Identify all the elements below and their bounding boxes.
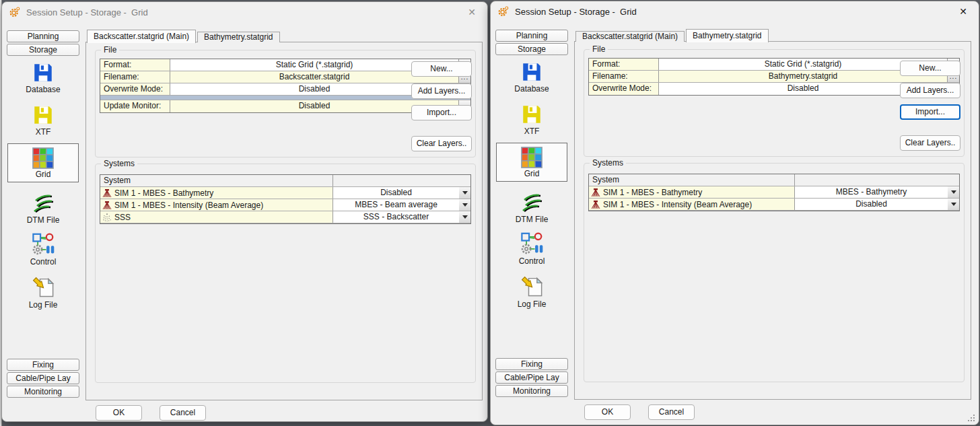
sidebar-item-planning[interactable]: Planning bbox=[495, 30, 568, 42]
sidebar-item-label: Grid bbox=[497, 169, 567, 178]
floppy-disk-blue-icon bbox=[32, 61, 55, 84]
document-arrow-icon bbox=[31, 275, 55, 299]
sidebar-item-grid[interactable]: Grid bbox=[7, 143, 79, 182]
sidebar-item-storage[interactable]: Storage bbox=[495, 43, 568, 55]
systems-table: System SIM 1 - MBES - Bathymetry Disable… bbox=[100, 174, 471, 224]
sidebar-item-label: Control bbox=[7, 257, 79, 267]
format-label: Format: bbox=[100, 59, 170, 71]
sidebar-item-label: Database bbox=[496, 84, 567, 94]
tab-bathymetry-statgrid[interactable]: Bathymetry.statgrid bbox=[686, 29, 768, 42]
layer-dropdown[interactable] bbox=[948, 186, 959, 198]
filename-label: Filename: bbox=[589, 71, 659, 82]
terrain-waves-icon bbox=[32, 193, 55, 215]
add-layers-button[interactable]: Add Layers... bbox=[900, 83, 960, 98]
sidebar-item-xtf[interactable]: XTF bbox=[496, 102, 567, 136]
sidebar-item-cable-pipe-lay[interactable]: Cable/Pipe Lay bbox=[7, 372, 79, 384]
dropdown-arrow-icon bbox=[951, 203, 956, 206]
system-row: SIM 1 - MBES - Intensity (Beam Average) … bbox=[100, 199, 470, 211]
resize-grip[interactable] bbox=[967, 414, 975, 422]
multibeam-fan-icon bbox=[591, 200, 600, 209]
clear-layers-button[interactable]: Clear Layers.. bbox=[900, 135, 960, 151]
overwrite-label: Overwrite Mode: bbox=[589, 83, 659, 95]
sidebar-item-monitoring[interactable]: Monitoring bbox=[495, 385, 568, 397]
sidebar-item-label: Database bbox=[7, 85, 79, 94]
import-button[interactable]: Import... bbox=[900, 104, 960, 120]
clear-layers-button[interactable]: Clear Layers.. bbox=[411, 136, 472, 151]
sidebar-item-planning[interactable]: Planning bbox=[7, 30, 79, 42]
systems-groupbox-title: Systems bbox=[590, 158, 626, 168]
color-grid-icon bbox=[32, 147, 54, 169]
layer-dropdown[interactable] bbox=[459, 199, 470, 211]
sidebar-item-cable-pipe-lay[interactable]: Cable/Pipe Lay bbox=[495, 371, 568, 384]
sidebar-item-fixing[interactable]: Fixing bbox=[495, 358, 568, 370]
tab-bathymetry-statgrid[interactable]: Bathymetry.statgrid bbox=[197, 32, 279, 42]
process-control-icon bbox=[520, 232, 544, 256]
sidebar-item-dtm-file[interactable]: DTM File bbox=[7, 192, 79, 225]
sidebar-item-fixing[interactable]: Fixing bbox=[7, 359, 79, 371]
layer-dropdown[interactable] bbox=[459, 211, 470, 223]
sidebar-item-label: Control bbox=[496, 256, 567, 266]
system-row: SIM 1 - MBES - Bathymetry Disabled bbox=[100, 187, 470, 199]
system-name: SIM 1 - MBES - Intensity (Beam Average) bbox=[114, 201, 263, 210]
sidebar-item-database[interactable]: Database bbox=[7, 60, 79, 94]
layer-dropdown[interactable] bbox=[948, 199, 959, 210]
close-icon[interactable]: ✕ bbox=[465, 6, 479, 18]
window-title: Session Setup - Storage - Grid bbox=[26, 7, 148, 17]
document-arrow-icon bbox=[520, 275, 544, 299]
layer-value: MBES - Beam average bbox=[333, 199, 459, 211]
system-row: SIM 1 - MBES - Bathymetry MBES - Bathyme… bbox=[589, 186, 959, 199]
layer-column-header bbox=[333, 175, 470, 186]
system-row: SSS SSS - Backscatter bbox=[100, 211, 470, 223]
sidebar-item-dtm-file[interactable]: DTM File bbox=[496, 191, 567, 224]
format-label: Format: bbox=[589, 59, 659, 70]
cancel-button[interactable]: Cancel bbox=[160, 405, 206, 421]
systems-table-header: System bbox=[589, 174, 959, 186]
system-name: SIM 1 - MBES - Bathymetry bbox=[114, 188, 213, 198]
systems-groupbox: Systems System SIM 1 - MBES - Bathymetry… bbox=[584, 163, 965, 382]
sidebar-item-control[interactable]: Control bbox=[496, 230, 567, 266]
sidebar-item-monitoring[interactable]: Monitoring bbox=[7, 386, 79, 398]
process-control-icon bbox=[31, 232, 55, 256]
sidebar: Planning Storage Database XTF Grid DTM F… bbox=[7, 30, 81, 400]
file-groupbox-title: File bbox=[590, 44, 608, 54]
layer-dropdown[interactable] bbox=[459, 187, 470, 199]
system-name: SSS bbox=[114, 213, 131, 222]
sidebar-item-label: Grid bbox=[8, 170, 78, 179]
ok-button[interactable]: OK bbox=[96, 405, 142, 421]
layer-value: Disabled bbox=[795, 199, 948, 210]
gear-icon bbox=[9, 6, 21, 18]
add-layers-button[interactable]: Add Layers... bbox=[411, 83, 472, 99]
sidebar-item-control[interactable]: Control bbox=[7, 231, 79, 267]
filename-label: Filename: bbox=[100, 71, 170, 83]
close-icon[interactable]: ✕ bbox=[956, 5, 970, 17]
tab-backscatter-statgrid[interactable]: Backscatter.statgrid (Main) bbox=[575, 31, 685, 42]
tab-backscatter-statgrid[interactable]: Backscatter.statgrid (Main) bbox=[87, 30, 196, 43]
sidebar-item-label: XTF bbox=[496, 127, 567, 136]
session-setup-window-left: Session Setup - Storage - Grid ✕ Plannin… bbox=[1, 1, 488, 422]
new-button[interactable]: New... bbox=[900, 61, 960, 76]
cancel-button[interactable]: Cancel bbox=[648, 404, 695, 420]
new-button[interactable]: New... bbox=[411, 61, 472, 77]
gear-icon bbox=[497, 5, 510, 17]
titlebar[interactable]: Session Setup - Storage - Grid ✕ bbox=[491, 1, 979, 22]
floppy-disk-blue-icon bbox=[520, 61, 543, 83]
tab-bar: Backscatter.statgrid (Main) Bathymetry.s… bbox=[87, 30, 281, 42]
multibeam-fan-icon bbox=[102, 188, 112, 198]
dropdown-arrow-icon bbox=[462, 203, 468, 207]
sidebar-item-xtf[interactable]: XTF bbox=[7, 102, 79, 137]
sidebar-item-storage[interactable]: Storage bbox=[7, 44, 79, 56]
sidebar-item-grid[interactable]: Grid bbox=[496, 143, 567, 182]
window-title: Session Setup - Storage - Grid bbox=[515, 7, 637, 17]
sidebar-item-database[interactable]: Database bbox=[496, 59, 567, 94]
sidebar-item-label: DTM File bbox=[496, 215, 567, 224]
titlebar[interactable]: Session Setup - Storage - Grid ✕ bbox=[2, 2, 487, 22]
sidebar-item-log-file[interactable]: Log File bbox=[496, 273, 567, 309]
sidebar: Planning Storage Database XTF Grid DTM F… bbox=[495, 30, 569, 400]
ok-button[interactable]: OK bbox=[584, 404, 631, 420]
layer-column-header bbox=[795, 174, 959, 186]
systems-groupbox-title: Systems bbox=[101, 159, 137, 168]
sidebar-item-log-file[interactable]: Log File bbox=[7, 274, 79, 310]
layer-value: SSS - Backscatter bbox=[333, 211, 459, 223]
import-button[interactable]: Import... bbox=[411, 105, 472, 120]
sidebar-item-label: Log File bbox=[496, 299, 567, 309]
